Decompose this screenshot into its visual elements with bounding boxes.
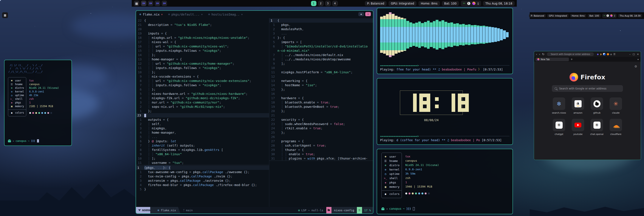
folder-icon [328,209,330,211]
code-line: 2 │ self, [136,122,269,126]
close-button[interactable]: × [637,53,639,55]
metamask-icon[interactable] [606,53,609,56]
cava-column [421,23,424,46]
git-branch: ᛉ main [183,209,193,212]
fetch-value: tux [405,154,439,159]
shortcut-chat.openai[interactable]: chat.openai [590,119,603,135]
shortcut-search.nixos[interactable]: search.nixos [553,97,565,114]
scissors-icon[interactable] [463,2,465,5]
workspace-button[interactable]: $W [155,1,160,6]
menu-icon[interactable]: ☰ [614,53,616,56]
tag-button-4[interactable]: 4 [332,1,338,6]
editor-pane-iso[interactable]: 1{1 pkgs,2 modulesPath,3 ...4}: {5 impor… [269,18,373,161]
firefox-icon[interactable] [610,15,612,17]
code-line: 31 │ │ plugins = with pkgs.xfce; [thunar… [269,156,373,161]
shortcut-chatgpt[interactable]: chatgpt [553,119,565,135]
line-number: 4 [136,130,144,135]
code-line: 12 [269,74,373,79]
tablet-icon[interactable] [614,15,615,17]
tab-pkgs-default[interactable]: ❄ pkgs/default... × [168,13,203,16]
shortcut-tile[interactable]: a [572,97,584,110]
shortcut-label: github [593,111,600,114]
buffer-toggle-button[interactable]: ◉ [358,12,364,16]
fetch-value: 1 [29,101,59,105]
close-icon[interactable]: × [201,13,202,16]
tab-flake-nix[interactable]: ❄ flake.nix × [140,13,163,16]
tag-button-2[interactable]: 2 [318,1,324,6]
nix-snowflake-icon: ❄ [168,13,170,16]
maximize-button[interactable]: □ [632,53,635,55]
close-icon[interactable]: × [161,13,162,16]
cava-column [503,30,506,39]
shortcut-tile[interactable] [590,97,603,110]
launcher-icon[interactable]: ▦ [2,12,8,18]
cava-column [418,22,421,48]
editor-pane-flake[interactable]: 22{21 description = "tux's NixOS Flake";… [136,18,269,165]
firefox-icon[interactable] [472,2,476,5]
ublock-icon[interactable]: ◆ [597,53,598,56]
shortcut-tile[interactable] [590,119,603,131]
shortcut-label: cloudflare [610,133,622,135]
url-bar[interactable]: Search with Google or enter address [547,52,594,56]
workspace-button[interactable]: $W [162,1,167,6]
shell-prompt[interactable]: → canopus ~ ))) [8,139,68,142]
line-number: 6 [136,139,144,143]
reload-button[interactable]: ↻ [542,53,544,56]
cava-column [450,23,453,47]
swoosh-icon[interactable]: ◗ [600,53,602,56]
fetch-row: ☰hname [10,83,24,86]
editor-pane-pkgs[interactable]: 1{pkgs, ...}: {1 tux-awesome-wm-config =… [136,165,269,207]
code-text: programs = { [278,139,304,143]
tab-new-tab[interactable]: New Tab [536,58,569,61]
launcher-icon[interactable]: ▦ [134,1,139,6]
bluetooth-icon[interactable] [606,15,609,17]
code-text: ]; [278,61,285,66]
shortcut-tile[interactable] [553,119,565,131]
workspace-button[interactable]: $W [148,1,153,6]
tab-list-chevron[interactable]: ▾ [638,58,638,61]
shortcut-youtube[interactable]: youtube [572,119,584,135]
line-number: 23 [136,113,144,117]
shortcut-github[interactable]: github [590,97,603,114]
code-line: 5 imports = [ [269,40,373,44]
code-line: 9 ]; [269,61,373,66]
prompt-chevrons: ))) [406,207,411,210]
scissors-icon[interactable] [604,15,605,17]
close-icon[interactable]: × [241,13,242,16]
home-icon[interactable]: ⌂ [610,53,612,56]
code-text: │ │ "x86_64-linux" [144,152,182,156]
gear-icon[interactable]: ⚙ [634,65,637,68]
shortcut-claude[interactable]: claude [610,97,622,114]
tag-button-1[interactable]: 1 [311,1,316,6]
fetch-label: pkgs [15,101,21,105]
minimize-button[interactable]: – [629,53,630,55]
shortcut-tile[interactable] [610,119,622,131]
fetch-row: ⚙kernel [10,90,24,94]
arrow-icon: → [12,139,14,142]
line-number: 1 [136,109,144,113]
fetch-label: colors [15,111,24,115]
tab-hosts-isoimage[interactable]: ❄ hosts/isoImag.. × [208,13,243,16]
shortcut-amazon[interactable]: aamazon [572,97,584,114]
back-button[interactable]: ‹ [536,53,537,56]
tablet-icon[interactable] [478,2,479,5]
new-tab-button[interactable]: + [570,58,573,61]
now-playing-segment: [0:57/2:53] [483,68,503,71]
shortcut-tile[interactable] [610,97,622,110]
workspace-button[interactable]: $W [141,1,146,6]
bitwarden-icon[interactable] [603,53,606,55]
shell-prompt[interactable]: → canopus ~ ))) [382,207,508,210]
forward-button[interactable]: › [539,53,540,56]
shortcut-cloudflare[interactable]: cloudflare [610,119,622,135]
code-text: │ │ plugins = with pkgs.xfce; [thunar-ar… [278,156,368,161]
code-line: 15 │ │ inputs.nixpkgs.follows = "nixpkgs… [136,49,269,53]
tag-button-3[interactable]: 3 [325,1,330,6]
shortcut-tile[interactable] [572,119,584,131]
bluetooth-icon[interactable] [467,2,470,5]
shortcut-tile[interactable] [553,97,565,110]
code-text: │ bluetooth.powerOnBoot = true; [278,105,340,109]
buffer-close-button[interactable]: × [365,12,371,16]
cava-column [427,21,430,49]
search-input[interactable]: Search with Google or enter address [552,85,623,92]
status-module: GPU: Integrated [388,1,416,6]
